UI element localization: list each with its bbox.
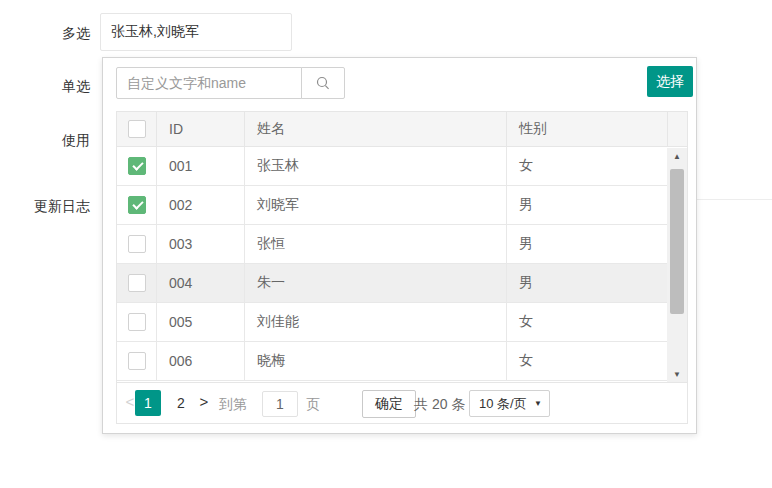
cell-name: 刘晓军: [245, 186, 507, 224]
row-checkbox[interactable]: [128, 196, 146, 214]
cell-id: 001: [157, 147, 245, 185]
pagination-bar: < 1 2 > 到第 页 确定 共 20 条 10 条/页 ▼: [117, 382, 687, 423]
goto-unit-label: 页: [306, 396, 320, 414]
cell-id: 003: [157, 225, 245, 263]
next-page-icon[interactable]: >: [195, 393, 213, 410]
cell-name: 张玉林: [245, 147, 507, 185]
column-header-spacer: [668, 112, 687, 146]
row-checkbox[interactable]: [128, 313, 146, 331]
cell-gender: 女: [507, 303, 667, 341]
goto-page-input[interactable]: [262, 391, 298, 417]
column-header-gender: 性别: [507, 112, 668, 146]
goto-label: 到第: [219, 396, 247, 414]
cell-id: 004: [157, 264, 245, 302]
select-picker-panel: 选择 ID 姓名 性别 001 张玉林 女: [102, 57, 697, 434]
row-checkbox[interactable]: [128, 352, 146, 370]
cell-id: 002: [157, 186, 245, 224]
data-table: ID 姓名 性别 001 张玉林 女 002 刘晓军 男: [116, 111, 688, 424]
search-input[interactable]: [116, 67, 302, 99]
select-all-checkbox[interactable]: [128, 120, 146, 138]
table-row[interactable]: 005 刘佳能 女: [117, 303, 667, 342]
form-label-single-select: 单选: [8, 78, 90, 96]
confirm-button[interactable]: 确定: [362, 390, 416, 418]
table-row[interactable]: 006 晓梅 女: [117, 342, 667, 381]
search-icon: [315, 75, 331, 91]
row-checkbox[interactable]: [128, 274, 146, 292]
cell-gender: 女: [507, 342, 667, 380]
table-header-row: ID 姓名 性别: [117, 112, 687, 147]
choose-button[interactable]: 选择: [647, 66, 693, 97]
table-row[interactable]: 001 张玉林 女: [117, 147, 667, 186]
form-label-changelog: 更新日志: [8, 198, 90, 216]
background-divider: [697, 199, 772, 200]
row-checkbox[interactable]: [128, 157, 146, 175]
cell-name: 刘佳能: [245, 303, 507, 341]
page: 多选 单选 使用 更新日志 选择 ID 姓名 性别: [0, 0, 772, 488]
cell-id: 006: [157, 342, 245, 380]
cell-id: 005: [157, 303, 245, 341]
page-size-value: 10 条/页: [479, 396, 527, 411]
table-row[interactable]: 004 朱一 男: [117, 264, 667, 303]
column-header-name: 姓名: [245, 112, 507, 146]
total-count-label: 共 20 条: [414, 396, 465, 414]
scroll-down-icon[interactable]: ▼: [667, 368, 687, 382]
table-row[interactable]: 002 刘晓军 男: [117, 186, 667, 225]
cell-gender: 男: [507, 264, 667, 302]
cell-name: 张恒: [245, 225, 507, 263]
vertical-scrollbar[interactable]: ▲ ▼: [667, 148, 687, 384]
cell-gender: 女: [507, 147, 667, 185]
scroll-up-icon[interactable]: ▲: [667, 150, 687, 164]
cell-name: 朱一: [245, 264, 507, 302]
search-button[interactable]: [301, 67, 345, 99]
dropdown-arrow-icon: ▼: [534, 391, 542, 416]
cell-gender: 男: [507, 225, 667, 263]
page-size-select[interactable]: 10 条/页 ▼: [469, 390, 550, 417]
column-header-id: ID: [157, 112, 245, 146]
form-label-usage: 使用: [8, 132, 90, 150]
page-button-1[interactable]: 1: [135, 390, 161, 416]
table-row[interactable]: 003 张恒 男: [117, 225, 667, 264]
multi-select-input[interactable]: [100, 13, 292, 51]
row-checkbox[interactable]: [128, 235, 146, 253]
scrollbar-thumb[interactable]: [670, 169, 684, 314]
page-button-2[interactable]: 2: [168, 390, 194, 416]
cell-name: 晓梅: [245, 342, 507, 380]
cell-gender: 男: [507, 186, 667, 224]
form-label-multi-select: 多选: [8, 25, 90, 43]
table-body: 001 张玉林 女 002 刘晓军 男 003 张恒 男: [117, 147, 667, 382]
